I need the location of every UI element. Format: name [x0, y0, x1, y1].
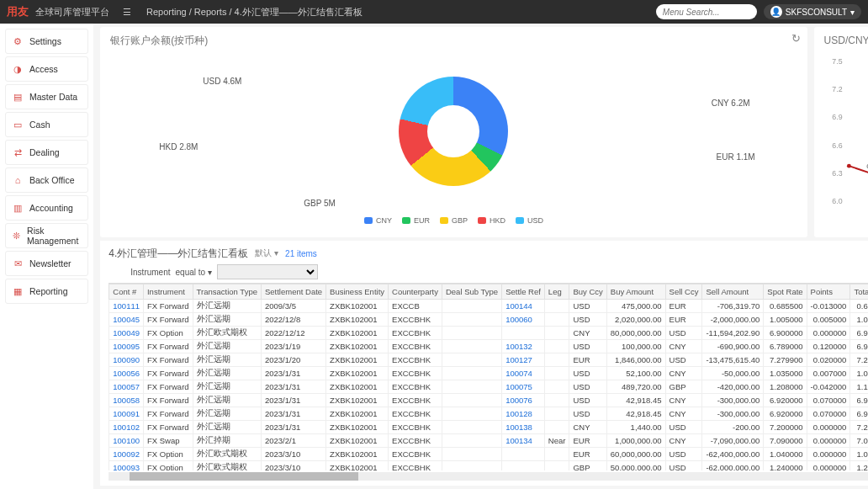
cell: 0.005000 [807, 313, 850, 327]
sidebar-item-dealing[interactable]: ⇄Dealing [5, 140, 88, 165]
cell [442, 448, 501, 461]
svg-point-6 [847, 164, 851, 168]
cell: USD [569, 407, 606, 421]
col-header[interactable]: Settlement Date [261, 284, 326, 300]
cell [442, 353, 501, 367]
legend-item[interactable]: CNY [364, 216, 392, 225]
filter-value-select[interactable] [217, 264, 318, 279]
table-row[interactable]: 100095FX Forward外汇远期2023/1/19ZXBK102001E… [109, 340, 868, 353]
refresh-icon[interactable]: ↻ [791, 32, 801, 45]
table-row[interactable]: 100111FX Forward外汇远期2009/3/5ZXBK102001EX… [109, 300, 868, 313]
cell: FX Forward [143, 394, 193, 407]
filter-op[interactable]: equal to ▾ [176, 268, 212, 277]
cell: 1.042000 [850, 367, 868, 380]
legend-item[interactable]: HKD [478, 216, 505, 225]
cell: EUR [569, 434, 606, 448]
menu-toggle-icon[interactable]: ☰ [123, 7, 131, 18]
svg-text:6.0: 6.0 [832, 197, 842, 205]
table-row[interactable]: 100091FX Forward外汇远期2023/1/31ZXBK102001E… [109, 407, 868, 421]
cell: ZXBK102001 [326, 327, 389, 340]
table-row[interactable]: 100045FX Forward外汇远期2022/12/8ZXBK102001E… [109, 313, 868, 327]
cell: 0.672500 [850, 300, 868, 313]
table-row[interactable]: 100092FX Option外汇欧式期权2023/3/10ZXBK102001… [109, 448, 868, 461]
col-header[interactable]: Settle Ref [502, 284, 545, 300]
menu-search-input[interactable] [656, 4, 757, 19]
table-row[interactable]: 100057FX Forward外汇远期2023/1/31ZXBK102001E… [109, 380, 868, 394]
sidebar-icon: ✉ [13, 258, 23, 268]
report-panel: 4.外汇管理——外汇结售汇看板 默认 ▾ 21 items 🔍 ⚙ + ≡ ◨ … [100, 241, 868, 486]
col-header[interactable]: Sell Ccy [665, 284, 702, 300]
col-header[interactable]: Business Entity [326, 284, 389, 300]
cell [544, 461, 569, 471]
col-header[interactable]: Sell Amount [702, 284, 764, 300]
cell [442, 421, 501, 434]
cell: CNY [569, 421, 606, 434]
cell: 100127 [502, 353, 545, 367]
cell: 100092 [109, 448, 144, 461]
col-header[interactable]: Points [807, 284, 850, 300]
cell: 外汇欧式期权 [193, 327, 261, 340]
cell: FX Forward [143, 407, 193, 421]
cell: -300,000.00 [702, 407, 764, 421]
table-row[interactable]: 100058FX Forward外汇远期2023/1/31ZXBK102001E… [109, 394, 868, 407]
user-menu[interactable]: 👤 SKFSCONSULT ▾ [764, 4, 861, 19]
col-header[interactable]: Instrument [143, 284, 193, 300]
sidebar-item-master-data[interactable]: ▤Master Data [5, 84, 88, 109]
col-header[interactable]: Buy Amount [606, 284, 665, 300]
sidebar-item-reporting[interactable]: ▦Reporting [5, 279, 88, 304]
view-selector[interactable]: 默认 ▾ [255, 247, 278, 259]
cell: -0.042000 [807, 380, 850, 394]
cell: USD [665, 421, 702, 434]
cell: 7.200000 [764, 421, 807, 434]
filter-row: Instrument equal to ▾ [108, 264, 868, 279]
table-row[interactable]: 100056FX Forward外汇远期2023/1/31ZXBK102001E… [109, 367, 868, 380]
cell: 2022/12/12 [261, 327, 326, 340]
cell: 100138 [502, 421, 545, 434]
line-title: USD/CNY汇率(新) [824, 34, 868, 48]
cell: -0.013000 [807, 300, 850, 313]
sidebar-item-back-office[interactable]: ⌂Back Office [5, 167, 88, 193]
col-header[interactable]: Deal Sub Type [442, 284, 501, 300]
cell: EXCCBHK [389, 367, 442, 380]
cell [544, 421, 569, 434]
h-scrollbar[interactable] [108, 472, 868, 481]
sidebar-item-newsletter[interactable]: ✉Newsletter [5, 251, 88, 276]
cell: FX Option [143, 461, 193, 471]
col-header[interactable]: Total Rate [850, 284, 868, 300]
legend-item[interactable]: EUR [402, 216, 430, 225]
col-header[interactable]: Buy Ccy [569, 284, 606, 300]
table-wrap[interactable]: Cont #InstrumentTransaction TypeSettleme… [108, 283, 868, 470]
table-row[interactable]: 100090FX Forward外汇远期2023/1/20ZXBK102001E… [109, 353, 868, 367]
cell [544, 353, 569, 367]
legend-item[interactable]: GBP [440, 216, 468, 225]
col-header[interactable]: Spot Rate [764, 284, 807, 300]
cell: FX Forward [143, 367, 193, 380]
table-row[interactable]: 100049FX Option外汇欧式期权2022/12/12ZXBK10200… [109, 327, 868, 340]
cell: 6.990000 [850, 394, 868, 407]
legend-item[interactable]: USD [516, 216, 543, 225]
svg-text:6.9: 6.9 [832, 113, 842, 121]
cell: EXCCBHK [389, 340, 442, 353]
cell: -62,400,000.00 [702, 448, 764, 461]
cell: 2023/3/10 [261, 461, 326, 471]
cell: 外汇欧式期权 [193, 461, 261, 471]
col-header[interactable]: Transaction Type [193, 284, 261, 300]
cell: -7,090,000.00 [702, 434, 764, 448]
table-row[interactable]: 100100FX Swap外汇掉期2023/2/1ZXBK102001EXCCB… [109, 434, 868, 448]
cell: FX Forward [143, 353, 193, 367]
col-header[interactable]: Counterparty [389, 284, 442, 300]
svg-text:7.5: 7.5 [832, 57, 842, 66]
sidebar-item-access[interactable]: ◑Access [5, 56, 88, 82]
sidebar-item-settings[interactable]: ⚙Settings [5, 29, 88, 54]
sidebar-item-risk-management[interactable]: ❊Risk Management [5, 223, 88, 248]
table-row[interactable]: 100093FX Option外汇欧式期权2023/3/10ZXBK102001… [109, 461, 868, 471]
col-header[interactable]: Leg [544, 284, 569, 300]
sidebar-item-label: Access [29, 64, 58, 74]
col-header[interactable]: Cont # [109, 284, 144, 300]
table-row[interactable]: 100102FX Forward外汇远期2023/1/31ZXBK102001E… [109, 421, 868, 434]
sidebar-item-accounting[interactable]: ▥Accounting [5, 195, 88, 221]
cell: 0.000000 [807, 421, 850, 434]
user-name: SKFSCONSULT [786, 8, 847, 17]
sidebar-item-cash[interactable]: ▭Cash [5, 112, 88, 137]
sidebar-item-label: Accounting [29, 203, 73, 213]
